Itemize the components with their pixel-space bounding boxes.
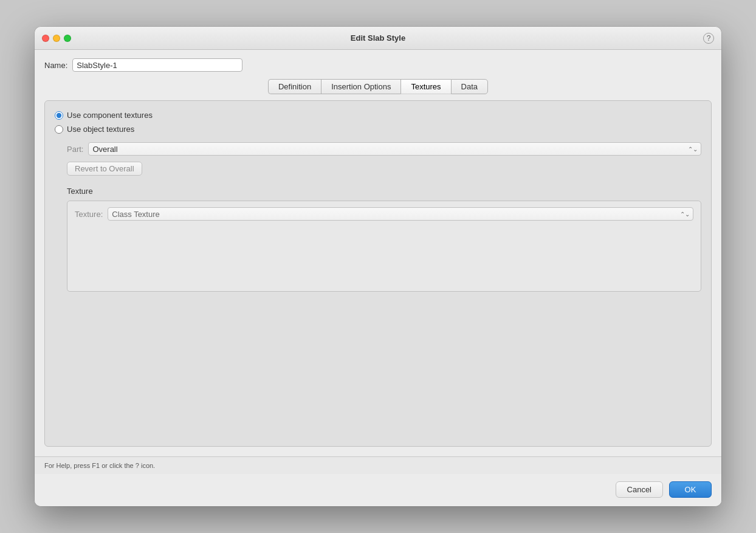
traffic-lights (42, 35, 71, 42)
part-select-wrapper: Overall ⌃⌄ (88, 142, 701, 156)
radio-row-component: Use component textures (55, 111, 701, 120)
part-label: Part: (67, 145, 83, 154)
radio-label-component[interactable]: Use component textures (67, 111, 153, 120)
ok-button[interactable]: OK (669, 481, 712, 498)
revert-to-overall-button[interactable]: Revert to Overall (67, 162, 142, 176)
window-body: Name: Definition Insertion Options Textu… (35, 50, 721, 456)
footer: Cancel OK (35, 474, 721, 506)
maximize-button[interactable] (64, 35, 71, 42)
status-text: For Help, press F1 or click the ? icon. (44, 462, 155, 469)
cancel-button[interactable]: Cancel (616, 481, 663, 498)
texture-box: Texture: Class Texture ⌃⌄ (67, 201, 701, 292)
radio-label-object[interactable]: Use object textures (67, 125, 134, 134)
status-bar: For Help, press F1 or click the ? icon. (35, 456, 721, 474)
tab-content-textures: Use component textures Use object textur… (44, 100, 712, 447)
tab-insertion-options[interactable]: Insertion Options (321, 79, 400, 94)
texture-row: Texture: Class Texture ⌃⌄ (75, 207, 693, 221)
minimize-button[interactable] (53, 35, 60, 42)
window-title: Edit Slab Style (351, 33, 405, 43)
texture-select-wrapper: Class Texture ⌃⌄ (108, 207, 693, 221)
texture-select[interactable]: Class Texture (108, 207, 693, 221)
texture-radio-group: Use component textures Use object textur… (55, 111, 701, 134)
radio-use-object[interactable] (55, 125, 63, 134)
name-row: Name: (44, 58, 712, 72)
tab-data[interactable]: Data (451, 79, 488, 94)
texture-label: Texture: (75, 210, 103, 219)
title-bar: Edit Slab Style ? (35, 27, 721, 50)
help-button[interactable]: ? (703, 33, 714, 44)
part-row: Part: Overall ⌃⌄ (55, 142, 701, 156)
tab-textures[interactable]: Textures (400, 79, 450, 94)
part-select[interactable]: Overall (88, 142, 701, 156)
close-button[interactable] (42, 35, 49, 42)
radio-use-component[interactable] (55, 111, 63, 120)
texture-section: Texture Texture: Class Texture ⌃⌄ (55, 187, 701, 292)
main-window: Edit Slab Style ? Name: Definition Inser… (35, 27, 721, 506)
tab-definition[interactable]: Definition (268, 79, 321, 94)
radio-row-object: Use object textures (55, 125, 701, 134)
texture-section-header: Texture (67, 187, 701, 196)
name-label: Name: (44, 61, 67, 70)
name-input[interactable] (72, 58, 242, 72)
tabs-bar: Definition Insertion Options Textures Da… (44, 79, 712, 94)
